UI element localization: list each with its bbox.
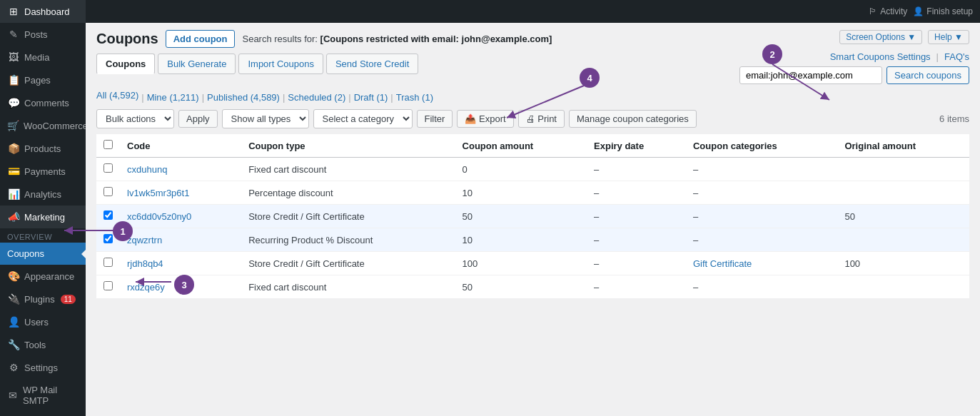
print-button[interactable]: 🖨 Print — [518, 110, 565, 128]
sidebar-item-tools[interactable]: 🔧 Tools — [0, 333, 86, 356]
sidebar-item-plugins[interactable]: 🔌 Plugins 11 — [0, 288, 86, 310]
select-category-select[interactable]: Select a category — [313, 109, 413, 128]
sidebar-item-media[interactable]: 🖼 Media — [0, 46, 86, 69]
add-coupon-button[interactable]: Add coupon — [166, 30, 236, 48]
sidebar-item-woocommerce[interactable]: 🛒 WooCommerce — [0, 114, 86, 137]
row-checkbox[interactable] — [103, 234, 113, 243]
sidebar-item-analytics[interactable]: 📊 Analytics — [0, 183, 86, 206]
coupon-code-link[interactable]: rxdzqe6y — [127, 282, 165, 293]
coupon-code-link[interactable]: rjdh8qb4 — [127, 258, 163, 269]
expiry-date-cell: – — [587, 228, 686, 252]
expiry-date-cell: – — [587, 158, 686, 181]
analytics-icon: 📊 — [7, 188, 20, 200]
finish-setup-icon: 👤 — [913, 6, 924, 16]
coupons-table: Code Coupon type Coupon amount Expiry da… — [96, 134, 969, 299]
tab-bulk-generate[interactable]: Bulk Generate — [158, 54, 236, 74]
expiry-date-cell: – — [587, 252, 686, 275]
header-right: Screen Options ▼ Help ▼ Smart Coupons Se… — [739, 30, 969, 90]
activity-button[interactable]: 🏳 Activity — [869, 6, 907, 16]
coupon-categories-cell: – — [686, 181, 837, 205]
topbar: 🏳 Activity 👤 Finish setup — [86, 0, 980, 23]
coupon-code-link[interactable]: lv1wk5mr3p6t1 — [127, 188, 189, 198]
sidebar-item-appearance[interactable]: 🎨 Appearance — [0, 265, 86, 288]
sidebar-item-settings[interactable]: ⚙ Settings — [0, 356, 86, 379]
apply-button[interactable]: Apply — [178, 110, 218, 128]
original-amount-cell — [837, 158, 969, 181]
row-checkbox[interactable] — [103, 187, 113, 196]
manage-categories-button[interactable]: Manage coupon categories — [569, 110, 697, 128]
faq-link[interactable]: FAQ's — [944, 51, 969, 62]
sidebar-item-users[interactable]: 👤 Users — [0, 310, 86, 333]
table-row: rjdh8qb4Store Credit / Gift Certificate1… — [96, 252, 969, 275]
sidebar-item-marketing[interactable]: 📣 Marketing — [0, 206, 86, 228]
coupons-tbody: cxduhunqFixed cart discount0––lv1wk5mr3p… — [96, 158, 969, 299]
sidebar-item-loco-translate[interactable]: 🌐 Loco Translate — [0, 412, 86, 416]
table-row: rxdzqe6yFixed cart discount50–– — [96, 275, 969, 299]
coupon-code-link[interactable]: zqwzrtrn — [127, 235, 162, 245]
count-trash-link[interactable]: Trash (1) — [396, 92, 433, 103]
select-all-checkbox[interactable] — [103, 140, 113, 149]
row-checkbox[interactable] — [103, 210, 113, 220]
pipe-separator: | — [936, 51, 939, 62]
smart-coupons-settings-link[interactable]: Smart Coupons Settings — [830, 51, 931, 62]
tab-coupons[interactable]: Coupons — [96, 54, 155, 74]
sidebar-item-comments[interactable]: 💬 Comments — [0, 91, 86, 114]
coupon-amount-cell: 10 — [455, 228, 587, 252]
coupon-categories-cell: Gift Certificate — [686, 252, 837, 275]
coupon-type-cell: Percentage discount — [241, 181, 455, 205]
coupon-type-cell: Recurring Product % Discount — [241, 228, 455, 252]
th-checkbox — [96, 134, 120, 158]
export-button[interactable]: 📤 Export — [457, 110, 513, 128]
products-icon: 📦 — [7, 143, 20, 154]
show-types-select[interactable]: Show all types — [222, 109, 309, 128]
sidebar-item-posts[interactable]: ✎ Posts — [0, 23, 86, 46]
coupon-code-link[interactable]: xc6dd0v5z0ny0 — [127, 211, 191, 222]
filter-button[interactable]: Filter — [417, 110, 453, 128]
bulk-actions-select[interactable]: Bulk actions — [96, 109, 174, 128]
tools-icon: 🔧 — [7, 339, 20, 350]
search-coupons-button[interactable]: Search coupons — [886, 66, 969, 84]
sidebar-item-payments[interactable]: 💳 Payments — [0, 160, 86, 183]
coupon-categories-cell: – — [686, 228, 837, 252]
screen-options-button[interactable]: Screen Options ▼ — [839, 30, 922, 44]
row-checkbox[interactable] — [103, 281, 113, 290]
count-draft-link[interactable]: Draft (1) — [354, 92, 388, 103]
help-button[interactable]: Help ▼ — [928, 30, 969, 44]
coupon-categories-cell: – — [686, 275, 837, 299]
marketing-icon: 📣 — [7, 211, 20, 223]
finish-setup-button[interactable]: 👤 Finish setup — [913, 6, 973, 16]
row-checkbox[interactable] — [103, 163, 113, 173]
payments-icon: 💳 — [7, 166, 20, 177]
count-all-link[interactable]: All (4,592) — [96, 90, 138, 101]
th-expiry-date: Expiry date — [587, 134, 686, 158]
appearance-icon: 🎨 — [7, 270, 20, 282]
count-scheduled-link[interactable]: Scheduled (2) — [288, 92, 345, 103]
table-row: cxduhunqFixed cart discount0–– — [96, 158, 969, 181]
coupon-code-link[interactable]: cxduhunq — [127, 164, 167, 175]
row-checkbox[interactable] — [103, 258, 113, 267]
original-amount-cell: 50 — [837, 205, 969, 228]
sidebar-item-wp-mail-smtp[interactable]: ✉ WP Mail SMTP — [0, 379, 86, 412]
coupon-categories-cell: – — [686, 205, 837, 228]
tab-send-store-credit[interactable]: Send Store Credit — [326, 54, 418, 74]
coupon-amount-cell: 10 — [455, 181, 587, 205]
search-coupons-area: Search coupons — [739, 66, 969, 84]
sidebar-item-pages[interactable]: 📋 Pages — [0, 69, 86, 91]
th-coupon-categories: Coupon categories — [686, 134, 837, 158]
expiry-date-cell: – — [587, 181, 686, 205]
count-published-link[interactable]: Published (4,589) — [207, 92, 280, 103]
plugins-icon: 🔌 — [7, 293, 20, 305]
original-amount-cell — [837, 181, 969, 205]
count-mine-link[interactable]: Mine (1,211) — [147, 92, 199, 103]
sidebar-item-coupons[interactable]: Coupons — [0, 243, 86, 265]
sidebar-item-dashboard[interactable]: ⊞ Dashboard — [0, 0, 86, 23]
table-header-row: Code Coupon type Coupon amount Expiry da… — [96, 134, 969, 158]
main-content: 🏳 Activity 👤 Finish setup Coupons Add co… — [86, 0, 980, 416]
tab-import-coupons[interactable]: Import Coupons — [238, 54, 323, 74]
sidebar-item-products[interactable]: 📦 Products — [0, 137, 86, 160]
th-original-amount: Original amount — [837, 134, 969, 158]
coupons-arrow — [81, 250, 86, 258]
category-link[interactable]: Gift Certificate — [693, 258, 752, 269]
search-coupons-input[interactable] — [739, 66, 882, 84]
page-title: Coupons — [96, 31, 158, 47]
